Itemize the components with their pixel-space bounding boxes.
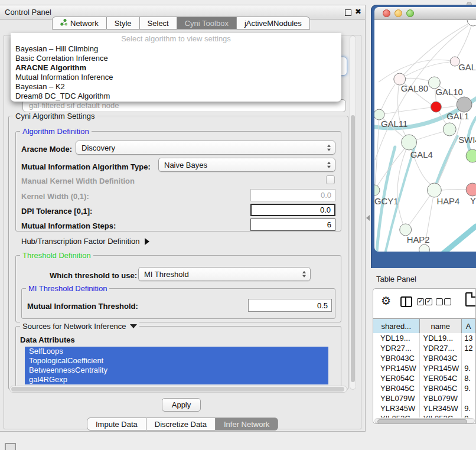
close-icon[interactable]: ✖ bbox=[355, 7, 361, 16]
file-icon[interactable] bbox=[465, 292, 476, 306]
network-node[interactable] bbox=[457, 97, 472, 112]
network-edge[interactable] bbox=[406, 196, 430, 230]
network-node-gal1[interactable] bbox=[431, 102, 441, 112]
table-row[interactable]: YBR045CYBR045C9. bbox=[373, 383, 475, 393]
table-row[interactable]: YLR345WYLR345W9. bbox=[373, 403, 475, 413]
network-node[interactable] bbox=[466, 149, 476, 162]
network-edge[interactable] bbox=[441, 106, 457, 108]
deselect-all-icon[interactable] bbox=[444, 298, 451, 305]
minimize-window-icon[interactable] bbox=[395, 9, 402, 17]
tab-style[interactable]: Style bbox=[107, 17, 140, 30]
algorithm-option-basic-correlation-inference[interactable]: Basic Correlation Inference bbox=[11, 54, 341, 63]
sources-title[interactable]: Sources for Network Inference bbox=[20, 322, 139, 331]
node-label: HAP2 bbox=[407, 234, 430, 244]
hub-definition-label: Hub/Transcription Factor Definition bbox=[21, 237, 139, 246]
scrollbar-thumb[interactable] bbox=[11, 387, 344, 392]
attribute-item-topologicalcoefficient[interactable]: TopologicalCoefficient bbox=[25, 356, 328, 366]
tab-cyni-toolbox[interactable]: Cyni Toolbox bbox=[177, 17, 237, 30]
select-all-icon[interactable]: ✓ bbox=[425, 298, 432, 305]
algorithm-definition-title: Algorithm Definition bbox=[20, 127, 92, 136]
algorithm-option-aracne-algorithm[interactable]: ARACNE Algorithm bbox=[11, 63, 341, 73]
table-horizontal-scrollbar[interactable] bbox=[374, 418, 475, 423]
network-node-gal4[interactable] bbox=[402, 135, 417, 150]
table-cell: YIL052C bbox=[420, 413, 462, 418]
apply-button[interactable]: Apply bbox=[162, 398, 201, 412]
table-cell: YBL079W bbox=[420, 393, 462, 403]
attribute-item-betweennesscentrality[interactable]: BetweennessCentrality bbox=[25, 366, 328, 375]
table-cell: YER054C bbox=[420, 373, 462, 383]
table-row[interactable]: YER054CYER054C8. bbox=[373, 373, 475, 383]
deselect-all-icon[interactable] bbox=[436, 298, 443, 305]
table-row[interactable]: YBR043CYBR043C bbox=[373, 353, 475, 363]
split-columns-icon[interactable] bbox=[400, 296, 412, 307]
which-threshold-combo[interactable]: MI Threshold bbox=[138, 267, 311, 281]
hub-definition-expander[interactable]: Hub/Transcription Factor Definition bbox=[21, 237, 149, 246]
network-edge[interactable] bbox=[443, 226, 476, 252]
tab-discretize-data[interactable]: Discretize Data bbox=[146, 418, 216, 431]
settings-vertical-scrollbar[interactable] bbox=[350, 35, 356, 390]
manual-kernel-width-checkbox[interactable] bbox=[326, 175, 335, 184]
network-icon bbox=[60, 18, 67, 28]
column-header-shared-[interactable]: shared... bbox=[373, 319, 420, 333]
table-cell: 8. bbox=[462, 373, 475, 383]
network-edge[interactable] bbox=[455, 26, 471, 61]
mi-threshold-definition-title: MI Threshold Definition bbox=[26, 284, 109, 293]
network-node[interactable] bbox=[419, 244, 430, 252]
algorithm-option-mutual-information-inference[interactable]: Mutual Information Inference bbox=[11, 73, 341, 82]
column-header-a[interactable]: A bbox=[462, 319, 475, 333]
node-label: GCY1 bbox=[374, 196, 399, 206]
attribute-item-gal4rgexp[interactable]: gal4RGexp bbox=[25, 375, 328, 384]
network-window-titlebar[interactable] bbox=[374, 7, 476, 20]
mi-threshold-field[interactable] bbox=[248, 299, 332, 312]
network-canvas[interactable]: GALGAL80GAL10GAL1GAL11SWI4GAL4GCY1HAP4YH… bbox=[374, 20, 476, 252]
attribute-item-selfloops[interactable]: SelfLoops bbox=[25, 347, 328, 356]
tab-network[interactable]: Network bbox=[52, 17, 107, 30]
tab-select[interactable]: Select bbox=[140, 17, 177, 30]
network-edge[interactable] bbox=[416, 132, 444, 140]
algorithm-option-dream8-dc-tdc-algorithm[interactable]: Dream8 DC_TDC Algorithm bbox=[11, 92, 341, 101]
bottom-tab-bar: Impute DataDiscretize DataInfer Network bbox=[87, 418, 278, 431]
combo-value: Naive Bayes bbox=[164, 161, 207, 169]
network-node-gcy1[interactable] bbox=[374, 185, 380, 195]
network-node-y[interactable] bbox=[466, 183, 476, 196]
tab-impute-data[interactable]: Impute Data bbox=[87, 418, 146, 431]
collapse-arrow-icon bbox=[130, 324, 137, 328]
gear-icon[interactable]: ⚙ bbox=[381, 294, 391, 307]
kernel-width-field[interactable] bbox=[250, 189, 335, 201]
network-edge[interactable] bbox=[441, 190, 466, 190]
network-node[interactable] bbox=[467, 20, 476, 26]
network-node-hap4[interactable] bbox=[427, 183, 441, 197]
select-all-icon[interactable]: ✓ bbox=[417, 298, 424, 305]
aracne-mode-combo[interactable]: Discovery bbox=[76, 141, 335, 155]
network-node-swi4[interactable] bbox=[443, 123, 456, 136]
table-row[interactable]: YIL052CYIL052C9. bbox=[373, 413, 475, 418]
zoom-window-icon[interactable] bbox=[406, 9, 414, 17]
algorithm-dropdown: Select algorithm to view settings Bayesi… bbox=[11, 33, 341, 102]
table-cell: YDL19... bbox=[373, 333, 420, 343]
data-attributes-list[interactable]: SelfLoopsTopologicalCoefficientBetweenne… bbox=[25, 347, 328, 384]
table-panel-title: Table Panel bbox=[376, 275, 416, 283]
table-row[interactable]: YBL079WYBL079W bbox=[373, 393, 475, 403]
network-edge[interactable] bbox=[379, 107, 431, 115]
aracne-mode-label: Aracne Mode: bbox=[21, 145, 72, 154]
table-row[interactable]: YDL19...YDL19...13 bbox=[373, 333, 475, 343]
settings-horizontal-scrollbar[interactable] bbox=[9, 386, 347, 393]
close-window-icon[interactable] bbox=[383, 9, 390, 17]
algorithm-option-bayesian-k2[interactable]: Bayesian – K2 bbox=[11, 82, 341, 92]
collapsed-panel-icon[interactable] bbox=[5, 443, 16, 450]
table-row[interactable]: YDR27...YDR27...12 bbox=[373, 343, 475, 353]
scrollbar-thumb[interactable] bbox=[351, 115, 355, 382]
float-panel-icon[interactable] bbox=[345, 9, 351, 16]
mi-steps-field[interactable] bbox=[250, 219, 335, 231]
tab-label: Network bbox=[70, 19, 99, 28]
column-header-name[interactable]: name bbox=[420, 319, 462, 333]
tab-infer-network[interactable]: Infer Network bbox=[216, 418, 278, 431]
splitter-collapse-icon[interactable] bbox=[366, 215, 370, 221]
table-cell: 13 bbox=[462, 333, 475, 343]
dpi-tolerance-field[interactable] bbox=[250, 204, 335, 216]
scrollbar-thumb[interactable] bbox=[377, 419, 467, 425]
mi-algorithm-type-combo[interactable]: Naive Bayes bbox=[158, 158, 335, 172]
algorithm-option-bayesian-hill-climbing[interactable]: Bayesian – Hill Climbing bbox=[11, 44, 341, 54]
tab-jactivemnodules[interactable]: jActiveMNodules bbox=[237, 17, 310, 30]
table-row[interactable]: YPR145WYPR145W9. bbox=[373, 363, 475, 373]
